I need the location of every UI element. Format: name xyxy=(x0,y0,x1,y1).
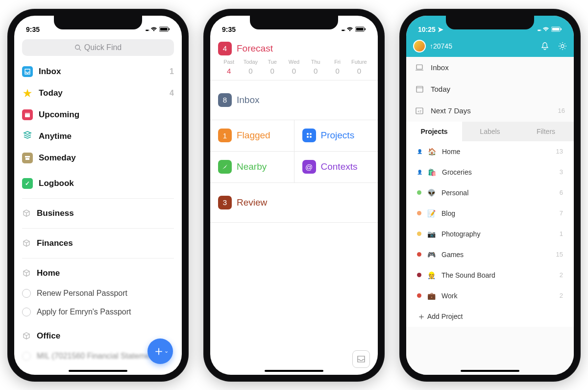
tab-filters[interactable]: Filters xyxy=(518,122,574,141)
nav-count: 16 xyxy=(558,107,565,114)
gear-icon[interactable] xyxy=(558,42,567,51)
project-emoji: 👷 xyxy=(427,271,436,279)
day-today[interactable]: Today0 xyxy=(240,59,261,75)
flagged-label: Flagged xyxy=(237,130,270,141)
area-finances[interactable]: Finances xyxy=(22,233,174,254)
project-personal[interactable]: 👽 Personal 6 xyxy=(406,182,574,203)
svg-rect-8 xyxy=(25,158,29,160)
perspective-inbox[interactable]: 8 Inbox xyxy=(210,80,378,120)
svg-point-14 xyxy=(307,136,309,138)
project-soundboard[interactable]: 👷 The Sound Board 2 xyxy=(406,265,574,286)
day-fri[interactable]: Fri0 xyxy=(326,59,348,75)
project-color-dot xyxy=(417,273,421,277)
device-todoist: 10:25 ➤ ↑20745 Inbox Today + xyxy=(399,9,581,382)
add-task-button[interactable]: ＋⌄ xyxy=(147,338,173,364)
area-label: Finances xyxy=(37,238,73,248)
nav-label: Today xyxy=(431,85,450,93)
project-label: Photography xyxy=(441,230,480,238)
svg-point-3 xyxy=(75,45,80,49)
task-label: Apply for Emryn's Passport xyxy=(37,308,131,316)
tab-projects[interactable]: Projects xyxy=(406,122,462,141)
task-row[interactable]: Renew Personal Passport xyxy=(22,284,174,303)
review-label: Review xyxy=(237,197,267,208)
nav-label: Today xyxy=(39,88,63,98)
perspective-review[interactable]: 3 Review xyxy=(210,183,378,223)
project-label: Groceries xyxy=(442,168,472,176)
divider xyxy=(22,258,174,259)
nav-label: Logbook xyxy=(39,179,74,188)
project-color-dot xyxy=(417,190,421,195)
inbox-label: Inbox xyxy=(237,95,259,105)
perspective-forecast[interactable]: 4 Forecast Past4 Today0 Tue0 Wed0 Thu0 F… xyxy=(210,35,378,80)
add-project-button[interactable]: ＋ Add Project xyxy=(406,306,574,327)
nav-inbox[interactable]: Inbox xyxy=(406,57,574,78)
svg-rect-2 xyxy=(169,28,170,30)
avatar[interactable] xyxy=(413,40,426,52)
project-games[interactable]: 🎮 Games 15 xyxy=(406,244,574,265)
bell-icon[interactable] xyxy=(540,42,549,51)
signal-icon xyxy=(342,26,344,33)
nav-someday[interactable]: Someday xyxy=(22,147,174,169)
day-wed[interactable]: Wed0 xyxy=(283,59,305,75)
project-color-dot xyxy=(417,211,421,215)
project-label: Home xyxy=(442,148,460,156)
area-label: Business xyxy=(37,208,74,218)
nav-label: Someday xyxy=(39,153,76,163)
area-business[interactable]: Business xyxy=(22,203,174,224)
project-emoji: 📝 xyxy=(427,209,436,217)
signal-icon xyxy=(538,26,540,33)
svg-rect-6 xyxy=(25,113,30,114)
project-work[interactable]: 💼 Work 2 xyxy=(406,286,574,306)
project-emoji: 📷 xyxy=(427,230,436,238)
project-tabs: Projects Labels Filters xyxy=(406,122,574,141)
nav-next7[interactable]: +7 Next 7 Days 16 xyxy=(406,100,574,122)
project-color-dot xyxy=(417,293,421,298)
project-count: 15 xyxy=(556,251,563,258)
search-bar[interactable]: Quick Find xyxy=(22,39,174,56)
wifi-icon xyxy=(150,26,157,32)
nav-anytime[interactable]: Anytime xyxy=(22,126,174,147)
nav-today[interactable]: ★ Today 4 xyxy=(22,82,174,104)
project-groceries[interactable]: 👤 🛍️ Groceries 3 xyxy=(406,162,574,182)
nav-upcoming[interactable]: Upcoming xyxy=(22,104,174,126)
tab-labels[interactable]: Labels xyxy=(462,122,518,141)
home-indicator[interactable] xyxy=(461,370,519,372)
day-tue[interactable]: Tue0 xyxy=(262,59,283,75)
perspective-nearby[interactable]: Nearby xyxy=(210,152,294,183)
home-indicator[interactable] xyxy=(69,370,127,372)
project-count: 3 xyxy=(560,168,563,176)
nav-today[interactable]: Today xyxy=(406,78,574,100)
area-label: Home xyxy=(37,268,60,278)
search-placeholder: Quick Find xyxy=(84,43,122,52)
day-past[interactable]: Past4 xyxy=(218,59,240,75)
status-icons xyxy=(146,26,170,33)
circle-icon xyxy=(22,289,31,298)
project-blog[interactable]: 📝 Blog 7 xyxy=(406,203,574,224)
laptop-icon xyxy=(415,63,424,72)
battery-icon xyxy=(551,26,562,32)
perspective-projects[interactable]: Projects xyxy=(294,120,378,152)
contexts-icon: @ xyxy=(302,160,316,174)
project-photography[interactable]: 📷 Photography 1 xyxy=(406,224,574,244)
nav-logbook[interactable]: ✓ Logbook xyxy=(22,173,174,194)
area-home[interactable]: Home xyxy=(22,262,174,284)
app-header: ↑20745 xyxy=(406,35,574,57)
device-notch xyxy=(446,16,534,29)
task-row[interactable]: Apply for Emryn's Passport xyxy=(22,303,174,321)
status-time: 9:35 xyxy=(26,26,40,33)
battery-icon xyxy=(159,26,170,32)
circle-icon xyxy=(22,352,31,361)
karma-score[interactable]: ↑20745 xyxy=(430,42,452,50)
perspective-flagged[interactable]: 1 Flagged xyxy=(210,120,294,152)
plus-icon: ＋ xyxy=(417,311,421,322)
nav-inbox[interactable]: Inbox 1 xyxy=(22,61,174,82)
day-thu[interactable]: Thu0 xyxy=(305,59,326,75)
home-indicator[interactable] xyxy=(265,370,323,372)
inbox-tray-button[interactable] xyxy=(352,350,370,368)
inbox-icon xyxy=(22,66,33,77)
perspective-contexts[interactable]: @ Contexts xyxy=(294,152,378,183)
status-icons xyxy=(538,26,562,33)
status-time: 9:35 xyxy=(222,26,236,33)
day-future[interactable]: Future0 xyxy=(348,59,370,75)
project-home[interactable]: 👤 🏠 Home 13 xyxy=(406,141,574,162)
